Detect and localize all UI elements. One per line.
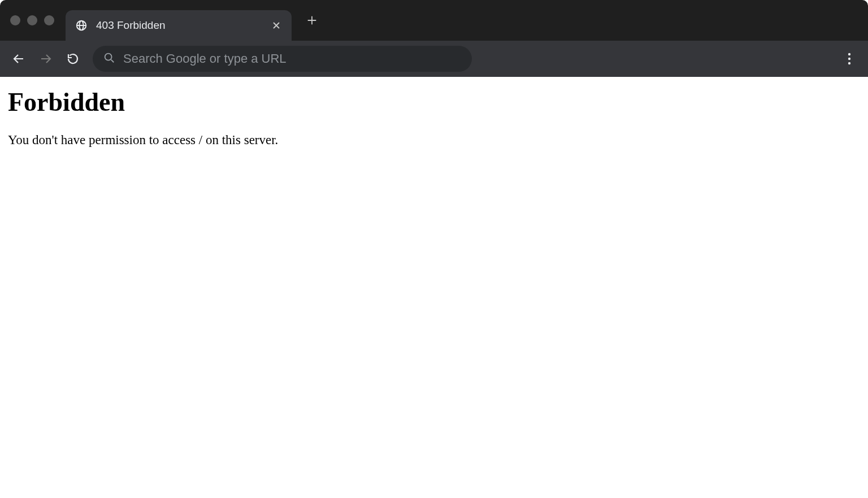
error-heading: Forbidden — [8, 87, 860, 117]
browser-menu-button[interactable] — [837, 47, 861, 71]
svg-point-3 — [848, 62, 850, 64]
reload-button[interactable] — [61, 47, 85, 71]
browser-tab[interactable]: 403 Forbidden — [66, 10, 292, 41]
tab-strip: 403 Forbidden — [66, 0, 324, 41]
globe-icon — [75, 19, 88, 32]
browser-window: 403 Forbidden — [0, 0, 868, 498]
svg-point-0 — [105, 54, 112, 60]
svg-point-2 — [848, 58, 850, 60]
address-bar[interactable] — [93, 46, 472, 72]
address-input[interactable] — [123, 51, 462, 66]
search-icon — [103, 51, 115, 66]
window-close-button[interactable] — [10, 15, 20, 25]
toolbar — [0, 41, 868, 77]
tab-title: 403 Forbidden — [96, 19, 263, 32]
back-button[interactable] — [7, 47, 31, 71]
window-maximize-button[interactable] — [44, 15, 54, 25]
titlebar: 403 Forbidden — [0, 0, 868, 41]
error-message: You don't have permission to access / on… — [8, 133, 860, 148]
forward-button[interactable] — [34, 47, 58, 71]
svg-point-1 — [848, 53, 850, 55]
tab-close-button[interactable] — [271, 20, 281, 31]
new-tab-button[interactable] — [300, 8, 324, 33]
window-controls — [10, 0, 66, 41]
window-minimize-button[interactable] — [27, 15, 37, 25]
page-content: Forbidden You don't have permission to a… — [0, 77, 868, 498]
